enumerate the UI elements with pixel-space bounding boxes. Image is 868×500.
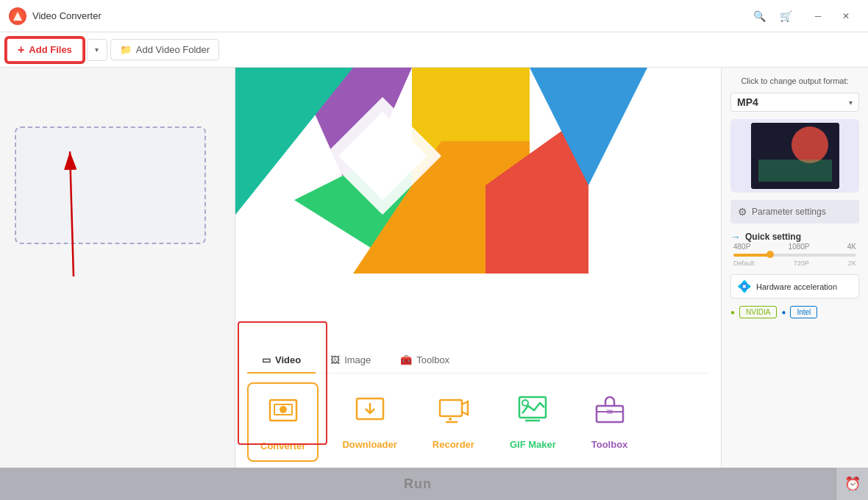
output-format-label: Click to change output format: <box>730 76 859 85</box>
label-4k: 4K <box>847 243 856 251</box>
quick-setting-text: Quick setting <box>745 232 801 242</box>
tools-tabs: ▭ Video 🖼 Image 🧰 Toolbox <box>247 347 709 374</box>
quality-bottom-labels: Default 720P 2K <box>733 260 856 267</box>
tool-converter[interactable]: Converter <box>247 382 319 462</box>
quality-thumb <box>766 251 774 258</box>
hw-accel-icon: 💠 <box>737 279 752 293</box>
add-video-folder-label: Add Video Folder <box>136 44 210 55</box>
recorder-label: Recorder <box>433 439 474 450</box>
toolbox-tab-label: Toolbox <box>416 354 449 365</box>
toolbox-item-label: Toolbox <box>591 439 628 450</box>
settings-icon: ⚙ <box>738 206 747 218</box>
video-tab-icon: ▭ <box>262 354 271 365</box>
search-icon[interactable]: 🔍 <box>749 6 769 26</box>
cart-icon[interactable]: 🛒 <box>775 6 796 26</box>
quick-setting-icon: → <box>730 231 741 243</box>
main-layout: ▭ Video 🖼 Image 🧰 Toolbox <box>0 68 868 500</box>
tool-downloader[interactable]: Downloader <box>330 382 408 462</box>
tool-gif-maker[interactable]: GIF Maker <box>498 382 568 462</box>
svg-text:MP4: MP4 <box>760 142 800 164</box>
right-panel: Click to change output format: MP4 ▾ MP4 <box>721 68 868 500</box>
param-settings-label: Parameter settings <box>752 207 826 217</box>
quick-setting-section: → Quick setting 480P 1080P 4K Default 72… <box>730 231 859 267</box>
label-720p: 720P <box>794 260 809 267</box>
parameter-settings-button[interactable]: ⚙ Parameter settings <box>730 200 859 224</box>
format-dropdown-arrow: ▾ <box>849 99 853 107</box>
run-button[interactable]: Run <box>0 468 836 500</box>
nvidia-badge[interactable]: NVIDIA <box>739 306 777 318</box>
tab-video[interactable]: ▭ Video <box>247 347 316 373</box>
tools-grid: Converter Downloader <box>247 382 709 462</box>
close-button[interactable]: ✕ <box>833 6 859 26</box>
nvidia-icon: ● <box>730 308 735 316</box>
toolbox-icon <box>592 391 627 433</box>
title-bar: Video Converter 🔍 🛒 ─ ✕ <box>0 0 868 32</box>
add-files-label: Add Files <box>29 44 72 55</box>
tools-section: ▭ Video 🖼 Image 🧰 Toolbox <box>235 347 721 462</box>
svg-rect-25 <box>607 410 613 414</box>
quality-top-labels: 480P 1080P 4K <box>733 243 856 251</box>
label-2k: 2K <box>848 260 856 267</box>
drop-zone <box>15 126 206 244</box>
title-bar-actions: 🔍 🛒 <box>749 6 796 26</box>
svg-rect-17 <box>440 400 462 416</box>
label-1080p: 1080P <box>789 243 810 251</box>
format-selector[interactable]: MP4 ▾ <box>730 93 859 112</box>
toolbox-tab-icon: 🧰 <box>400 354 412 365</box>
add-files-dropdown[interactable]: ▾ <box>87 39 107 61</box>
svg-rect-26 <box>751 123 839 189</box>
svg-point-14 <box>280 406 287 413</box>
folder-icon: 📁 <box>120 44 132 55</box>
tool-recorder[interactable]: Recorder <box>421 382 486 462</box>
quality-slider: 480P 1080P 4K Default 720P 2K <box>730 243 859 267</box>
gif-maker-label: GIF Maker <box>510 439 556 450</box>
video-tab-label: Video <box>275 354 301 365</box>
quick-setting-label: → Quick setting <box>730 231 859 243</box>
gif-maker-icon <box>515 391 550 433</box>
app-logo <box>9 7 26 25</box>
label-480p: 480P <box>733 243 750 251</box>
left-panel <box>0 68 235 500</box>
tab-toolbox[interactable]: 🧰 Toolbox <box>385 347 464 373</box>
recorder-icon <box>435 391 471 433</box>
svg-marker-0 <box>13 12 22 21</box>
window-controls: ─ ✕ <box>805 6 859 26</box>
image-tab-icon: 🖼 <box>330 354 340 365</box>
add-files-button[interactable]: + Add Files <box>6 38 84 63</box>
app-title: Video Converter <box>32 10 749 21</box>
run-area: Run ⏰ <box>0 468 868 500</box>
format-preview: MP4 <box>730 119 859 193</box>
svg-point-18 <box>449 418 452 421</box>
converter-label: Converter <box>260 440 305 451</box>
image-tab-label: Image <box>344 354 371 365</box>
svg-rect-30 <box>758 173 788 177</box>
hw-accel-label: Hardware acceleration <box>756 282 853 291</box>
hero-section <box>235 68 721 347</box>
format-name: MP4 <box>737 96 758 108</box>
intel-icon: ● <box>781 308 786 316</box>
svg-point-28 <box>803 134 832 163</box>
intel-badge[interactable]: Intel <box>790 306 817 318</box>
svg-rect-29 <box>758 168 803 182</box>
tool-toolbox[interactable]: Toolbox <box>580 382 640 462</box>
hardware-acceleration-row: 💠 Hardware acceleration <box>730 274 859 299</box>
plus-icon: + <box>18 43 24 57</box>
center-panel: ▭ Video 🖼 Image 🧰 Toolbox <box>235 68 721 500</box>
mp4-preview-image: MP4 <box>751 123 839 189</box>
downloader-label: Downloader <box>342 439 396 450</box>
tab-image[interactable]: 🖼 Image <box>316 347 385 373</box>
downloader-icon <box>352 391 388 433</box>
alarm-button[interactable]: ⏰ <box>836 468 868 500</box>
svg-point-21 <box>522 400 528 406</box>
toolbar: + Add Files ▾ 📁 Add Video Folder <box>0 32 868 68</box>
gpu-badges: ● NVIDIA ● Intel <box>730 306 859 318</box>
add-video-folder-button[interactable]: 📁 Add Video Folder <box>110 39 219 60</box>
quality-track[interactable] <box>733 254 856 257</box>
minimize-button[interactable]: ─ <box>805 6 831 26</box>
converter-icon <box>266 393 301 435</box>
label-default: Default <box>733 260 755 267</box>
